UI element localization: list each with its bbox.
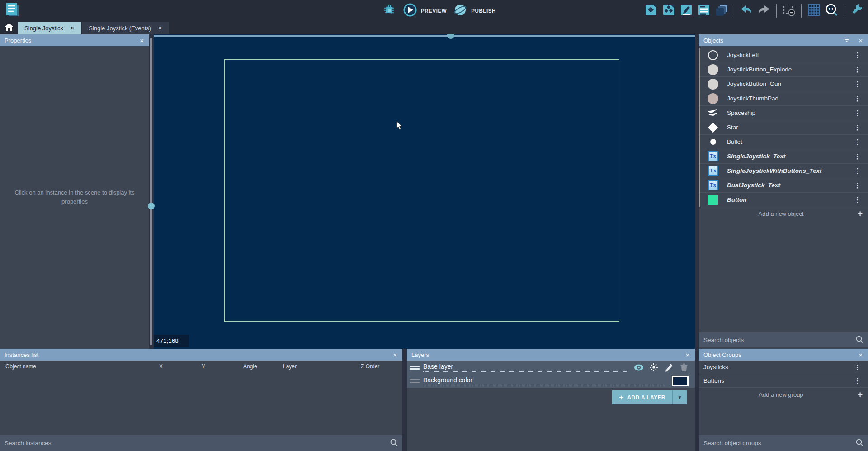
tab-single-joystick[interactable]: Single Joystick × (18, 22, 81, 34)
more-options-icon[interactable]: ⋮ (852, 95, 863, 103)
column-layer: Layer (283, 361, 297, 372)
more-options-icon[interactable]: ⋮ (852, 363, 863, 371)
toggle-grid-button[interactable] (807, 4, 821, 18)
object-row-singlejoystickwithbuttons-text[interactable]: Tx SingleJoystickWithButtons_Text ⋮ (699, 164, 868, 178)
object-row-joystickleft[interactable]: JoystickLeft ⋮ (699, 48, 868, 62)
undo-button[interactable] (739, 4, 754, 18)
instances-column-headers: Object name X Y Angle Layer Z Order (0, 361, 402, 372)
group-name: Joysticks (703, 364, 852, 370)
layer-row-background-color[interactable]: Background color (407, 374, 695, 388)
object-row-singlejoystick-text[interactable]: Tx SingleJoystick_Text ⋮ (699, 149, 868, 164)
more-options-icon[interactable]: ⋮ (852, 66, 863, 74)
more-options-icon[interactable]: ⋮ (852, 152, 863, 161)
object-row-star[interactable]: Star ⋮ (699, 120, 868, 135)
tab-close-icon[interactable]: × (70, 24, 75, 32)
mouse-cursor-icon (395, 121, 404, 132)
home-tab[interactable] (0, 22, 18, 34)
wrench-icon (849, 3, 863, 19)
more-options-icon[interactable]: ⋮ (852, 80, 863, 88)
object-row-joystickthumbpad[interactable]: JoystickThumbPad ⋮ (699, 91, 868, 106)
grid-icon (807, 3, 821, 19)
more-options-icon[interactable]: ⋮ (852, 377, 863, 385)
layer-row-base-layer[interactable]: Base layer (407, 361, 695, 374)
tab-close-icon[interactable]: × (157, 24, 163, 32)
object-row-button[interactable]: Button ⋮ (699, 193, 868, 207)
events-sheet-button[interactable] (697, 4, 711, 18)
drag-handle-icon[interactable] (410, 366, 420, 370)
search-instances-input[interactable] (5, 440, 390, 446)
vertical-scroll-track[interactable] (150, 38, 152, 345)
search-object-groups-input[interactable] (703, 440, 855, 446)
vertical-scroll-thumb[interactable] (148, 203, 155, 209)
debugger-button[interactable] (382, 4, 396, 18)
delete-layer-trash-icon[interactable] (679, 362, 689, 372)
horizontal-scroll-thumb[interactable] (447, 34, 454, 39)
more-options-icon[interactable]: ⋮ (852, 51, 863, 59)
more-options-icon[interactable]: ⋮ (852, 181, 863, 190)
edit-scene-button[interactable] (679, 4, 693, 18)
project-manager-button[interactable] (4, 2, 21, 19)
preview-publish-controls: PREVIEW PUBLISH (382, 0, 496, 22)
group-row-buttons[interactable]: Buttons ⋮ (699, 374, 868, 388)
objects-list-scrollbar[interactable] (699, 48, 700, 207)
filter-icon[interactable] (843, 37, 850, 44)
scene-settings-button[interactable] (849, 4, 863, 18)
close-icon[interactable]: × (139, 37, 145, 44)
layer-name-field[interactable]: Base layer (423, 363, 627, 372)
layer-effects-icon[interactable] (649, 362, 659, 372)
preview-label: PREVIEW (421, 8, 447, 14)
object-row-joystickbutton-explode[interactable]: JoystickButton_Explode ⋮ (699, 62, 868, 77)
scene-properties-button[interactable] (644, 4, 658, 18)
add-group-button[interactable]: Add a new group + (699, 388, 868, 401)
zoom-1-1-icon: 1:1 (825, 3, 838, 19)
object-row-bullet[interactable]: Bullet ⋮ (699, 135, 868, 149)
close-icon[interactable]: × (392, 351, 398, 359)
close-icon[interactable]: × (858, 37, 863, 44)
clear-selection-button[interactable] (782, 4, 796, 18)
objects-list: JoystickLeft ⋮ JoystickButton_Explode ⋮ … (699, 48, 868, 220)
instances-title: Instances list (5, 351, 392, 358)
object-groups-panel-header: Object Groups × (699, 349, 868, 361)
preview-button[interactable]: PREVIEW (403, 3, 447, 19)
toolbar-separator (776, 4, 777, 18)
objects-editor-button[interactable] (661, 4, 676, 18)
add-layer-button[interactable]: + ADD A LAYER ▼ (612, 390, 687, 404)
preview-play-icon (403, 3, 417, 19)
more-options-icon[interactable]: ⋮ (852, 109, 863, 117)
redo-icon (757, 3, 771, 19)
add-layer-dropdown-arrow[interactable]: ▼ (672, 390, 687, 404)
text-object-icon: Tx (707, 151, 719, 161)
layers-list: Base layer (407, 361, 695, 388)
object-row-joystickbutton-gun[interactable]: JoystickButton_Gun ⋮ (699, 77, 868, 91)
scene-canvas[interactable]: 471;168 (154, 34, 695, 349)
object-name: SingleJoystickWithButtons_Text (727, 167, 852, 174)
search-object-groups-bar (699, 435, 868, 451)
more-options-icon[interactable]: ⋮ (852, 196, 863, 204)
close-icon[interactable]: × (684, 351, 690, 359)
toolbar-separator (734, 4, 734, 18)
more-options-icon[interactable]: ⋮ (852, 123, 863, 132)
more-options-icon[interactable]: ⋮ (852, 138, 863, 146)
tab-single-joystick-events[interactable]: Single Joystick (Events) × (82, 22, 169, 34)
redo-button[interactable] (757, 4, 771, 18)
add-object-button[interactable]: Add a new object + (699, 207, 868, 220)
publish-button[interactable]: PUBLISH (453, 3, 496, 19)
horizontal-scroll-track[interactable] (154, 35, 695, 37)
column-y: Y (202, 361, 205, 372)
background-color-swatch[interactable] (672, 376, 689, 386)
debugger-bug-icon (382, 3, 396, 19)
edit-layer-pencil-icon[interactable] (664, 362, 674, 372)
object-row-dualjoystick-text[interactable]: Tx DualJoystick_Text ⋮ (699, 178, 868, 193)
object-row-spaceship[interactable]: Spaceship ⋮ (699, 106, 868, 120)
layers-editor-button[interactable] (714, 4, 729, 18)
editor-toolbar-icons: 1:1 (644, 0, 863, 22)
layer-action-icons (634, 362, 689, 372)
visibility-eye-icon[interactable] (634, 362, 644, 372)
search-objects-input[interactable] (703, 337, 855, 343)
search-icon (390, 438, 398, 448)
more-options-icon[interactable]: ⋮ (852, 167, 863, 175)
zoom-original-button[interactable]: 1:1 (824, 4, 839, 18)
close-icon[interactable]: × (858, 351, 863, 359)
circle-outline-object-icon (707, 50, 719, 60)
group-row-joysticks[interactable]: Joysticks ⋮ (699, 361, 868, 374)
